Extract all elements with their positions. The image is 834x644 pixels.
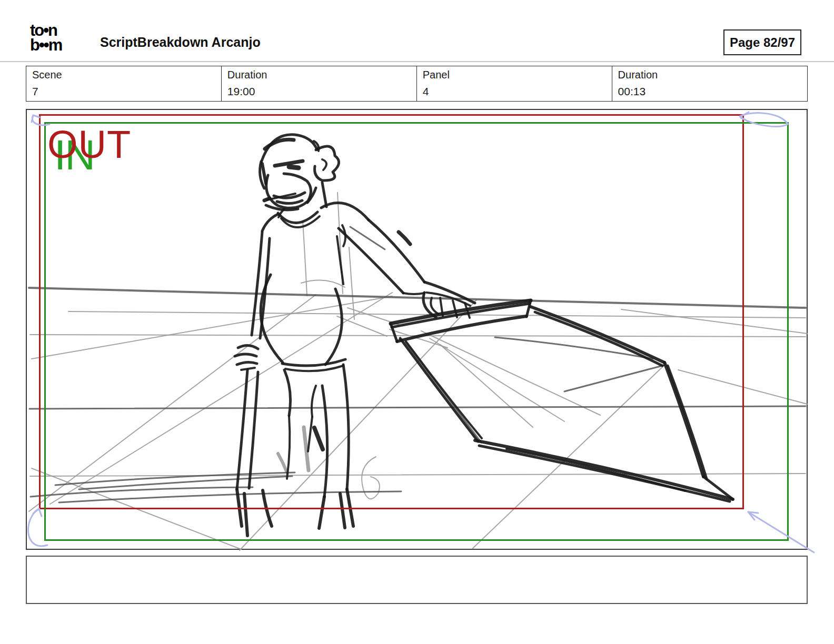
info-cell-scene: Scene 7	[26, 66, 222, 102]
scene-duration-label: Duration	[227, 69, 416, 81]
caption-box	[26, 556, 808, 604]
storyboard-panel	[26, 109, 808, 550]
panel-info-row: Scene 7 Duration 19:00 Panel 4 Duration …	[26, 66, 808, 102]
info-cell-panel-duration: Duration 00:13	[612, 66, 808, 102]
toonboom-logo: to•n b••m	[30, 23, 62, 53]
info-cell-scene-duration: Duration 19:00	[221, 66, 417, 102]
scene-duration-value: 19:00	[227, 85, 255, 98]
scene-value: 7	[32, 85, 38, 98]
scene-label: Scene	[32, 69, 221, 81]
panel-label: Panel	[423, 69, 612, 81]
panel-duration-label: Duration	[618, 69, 807, 81]
panel-value: 4	[423, 85, 429, 98]
header-divider	[0, 61, 834, 62]
panel-duration-value: 00:13	[618, 85, 646, 98]
storyboard-page: to•n b••m ScriptBreakdown Arcanjo Page 8…	[0, 0, 834, 644]
project-title: ScriptBreakdown Arcanjo	[100, 35, 261, 50]
page-number-badge: Page 82/97	[723, 29, 801, 55]
info-cell-panel: Panel 4	[416, 66, 612, 102]
logo-line-2: b••m	[30, 38, 62, 53]
